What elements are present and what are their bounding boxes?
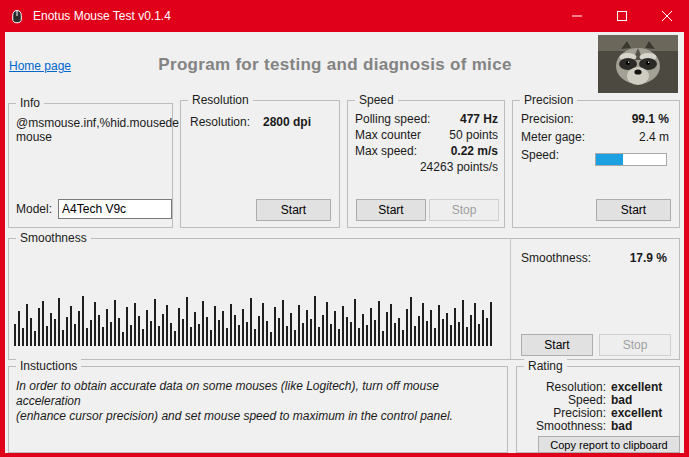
- histogram-bar: [382, 331, 384, 346]
- histogram-bar: [258, 316, 260, 346]
- histogram-bar: [374, 320, 376, 346]
- histogram-bar: [286, 326, 288, 346]
- speed-group-legend: Speed: [355, 93, 398, 107]
- histogram-bar: [430, 310, 432, 346]
- resolution-value: 2800 dpi: [263, 115, 311, 129]
- speed-stop-button[interactable]: Stop: [429, 199, 499, 221]
- histogram-bar: [30, 318, 32, 346]
- speed-group: Speed Polling speed: 477 Hz Max counter …: [347, 100, 505, 228]
- points-rate-value: 24263 points/s: [355, 160, 498, 174]
- device-info-text: @msmouse.inf,%hid.mousede mouse: [16, 116, 166, 144]
- histogram-bar: [146, 310, 148, 346]
- histogram-bar: [466, 327, 468, 346]
- histogram-bar: [110, 322, 112, 346]
- histogram-bar: [138, 316, 140, 346]
- max-speed-value: 0.22 m/s: [451, 144, 498, 158]
- maximize-icon: [617, 11, 627, 21]
- histogram-bar: [162, 314, 164, 346]
- resolution-row: Resolution: 2800 dpi: [190, 115, 311, 129]
- close-icon: [662, 11, 672, 21]
- histogram-bar: [34, 331, 36, 346]
- histogram-bar: [186, 297, 188, 346]
- titlebar: Enotus Mouse Test v0.1.4: [0, 0, 689, 32]
- histogram-bar: [422, 303, 424, 346]
- histogram-bar: [462, 300, 464, 346]
- copy-report-button[interactable]: Copy report to clipboard: [538, 436, 680, 453]
- minimize-icon: [572, 11, 582, 21]
- histogram-bar: [334, 311, 336, 346]
- histogram-bar: [46, 326, 48, 346]
- resolution-group-legend: Resolution: [188, 93, 253, 107]
- histogram-bar: [446, 313, 448, 346]
- info-group-legend: Info: [16, 96, 44, 110]
- histogram-bar: [458, 322, 460, 346]
- resolution-label: Resolution:: [190, 115, 250, 129]
- histogram-bar: [86, 328, 88, 346]
- histogram-bar: [266, 321, 268, 346]
- histogram-bar: [274, 307, 276, 346]
- histogram-bar: [182, 319, 184, 346]
- histogram-bar: [454, 308, 456, 346]
- precision-value: 99.1 %: [632, 112, 669, 126]
- histogram-bar: [14, 324, 16, 346]
- mouse-app-icon: [9, 8, 25, 24]
- instructions-group: Instuctions In order to obtain accurate …: [8, 366, 508, 453]
- histogram-bar: [66, 317, 68, 346]
- histogram-bar: [18, 311, 20, 346]
- close-button[interactable]: [644, 0, 689, 32]
- speed-meter-label: Speed:: [521, 148, 559, 162]
- histogram-bar: [390, 304, 392, 346]
- histogram-bar: [158, 326, 160, 346]
- histogram-bar: [74, 324, 76, 346]
- histogram-bar: [222, 311, 224, 346]
- histogram-bar: [350, 322, 352, 346]
- app-window: Enotus Mouse Test v0.1.4 Home page Progr…: [0, 0, 689, 457]
- max-counter-row: Max counter 50 points: [355, 128, 498, 144]
- histogram-bar: [230, 304, 232, 346]
- histogram-bar: [398, 318, 400, 346]
- histogram-bar: [42, 301, 44, 346]
- device-info-line2: mouse: [16, 130, 166, 144]
- histogram-bar: [410, 297, 412, 346]
- speed-start-button[interactable]: Start: [356, 199, 426, 221]
- histogram-bar: [406, 309, 408, 346]
- histogram-bar: [330, 324, 332, 346]
- smoothness-stop-button[interactable]: Stop: [599, 334, 671, 356]
- histogram-bar: [178, 308, 180, 346]
- polling-speed-row: Polling speed: 477 Hz: [355, 112, 498, 128]
- smoothness-start-button[interactable]: Start: [521, 334, 593, 356]
- histogram-bar: [386, 312, 388, 346]
- resolution-start-button[interactable]: Start: [256, 199, 331, 221]
- smoothness-group: Smoothness Smoothness: 17.9 % Start Stop: [8, 238, 680, 360]
- instructions-line1: In order to obtain accurate data on some…: [16, 379, 499, 409]
- histogram-bar: [358, 328, 360, 346]
- histogram-bar: [246, 322, 248, 346]
- resolution-group: Resolution Resolution: 2800 dpi Start: [180, 100, 340, 228]
- model-row: Model:: [16, 199, 172, 219]
- histogram-bar: [426, 321, 428, 346]
- polling-speed-label: Polling speed:: [355, 112, 430, 126]
- histogram-bar: [54, 319, 56, 346]
- precision-speed-progressbar: [595, 153, 667, 166]
- model-label: Model:: [16, 202, 52, 216]
- home-page-link[interactable]: Home page: [9, 59, 71, 73]
- histogram-bar: [366, 325, 368, 346]
- smoothness-label: Smoothness:: [521, 251, 591, 265]
- histogram-bar: [298, 305, 300, 346]
- precision-start-button[interactable]: Start: [596, 199, 671, 221]
- precision-progress-fill: [596, 154, 623, 165]
- precision-group: Precision Precision: 99.1 % Meter gage: …: [512, 100, 680, 228]
- maximize-button[interactable]: [599, 0, 644, 32]
- histogram-bar: [470, 315, 472, 346]
- precision-label: Precision:: [521, 112, 574, 126]
- histogram-bar: [202, 301, 204, 346]
- instructions-text: In order to obtain accurate data on some…: [16, 379, 499, 424]
- histogram-bar: [278, 318, 280, 346]
- histogram-bar: [378, 301, 380, 346]
- histogram-bar: [418, 316, 420, 346]
- smoothness-row: Smoothness: 17.9 %: [521, 251, 667, 265]
- histogram-bar: [302, 323, 304, 346]
- model-input[interactable]: [58, 199, 172, 219]
- histogram-bar: [486, 318, 488, 346]
- minimize-button[interactable]: [554, 0, 599, 32]
